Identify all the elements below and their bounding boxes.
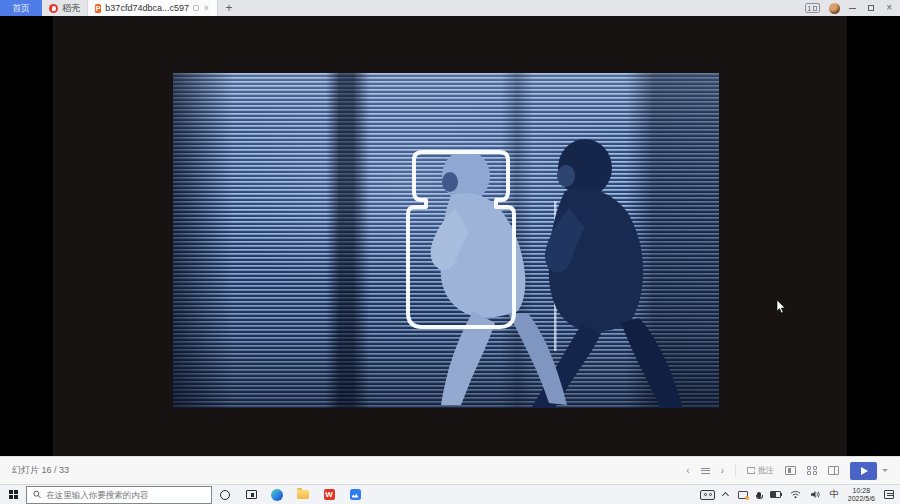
play-options-caret-icon[interactable] — [882, 469, 888, 472]
divider — [735, 465, 736, 477]
home-button[interactable]: 首页 — [0, 0, 42, 16]
figure-light-suit — [431, 150, 567, 405]
play-icon — [861, 467, 868, 475]
desktop-screen: 首页 稻壳 P b37cfd74dbca...c597f514f932 × + … — [0, 0, 900, 504]
window-controls: × — [849, 3, 892, 13]
microphone-icon[interactable] — [757, 492, 761, 498]
new-tab-button[interactable]: + — [218, 0, 240, 16]
taskbar-app-explorer[interactable] — [290, 485, 316, 504]
wifi-icon[interactable] — [790, 490, 801, 499]
restore-icon[interactable] — [868, 5, 874, 11]
reader-view-icon[interactable] — [828, 466, 839, 475]
close-icon[interactable]: × — [886, 3, 892, 13]
presentation-file-icon: P — [95, 4, 101, 13]
player-controls: ‹ › 批注 — [686, 462, 888, 480]
display-notification-icon[interactable] — [738, 491, 748, 499]
tab-list-square-icon — [813, 6, 817, 11]
cloud-app-icon — [350, 489, 361, 500]
taskbar-app-wps[interactable]: W — [316, 485, 342, 504]
start-button[interactable] — [0, 485, 26, 504]
action-center-icon[interactable] — [884, 490, 894, 499]
home-button-label: 首页 — [12, 2, 30, 15]
mouse-cursor — [776, 300, 786, 314]
ime-language-indicator[interactable]: 中 — [830, 488, 839, 501]
titlebar-right-controls: 1 × — [805, 0, 900, 16]
battery-icon[interactable] — [770, 491, 781, 498]
tab-docer[interactable]: 稻壳 — [42, 0, 88, 16]
slide-16 — [53, 16, 847, 456]
tab-docer-label: 稻壳 — [62, 2, 80, 15]
slide-list-button[interactable] — [701, 468, 710, 474]
minimize-icon[interactable] — [849, 8, 856, 9]
pen-annotate-icon — [747, 467, 755, 474]
edge-browser-icon — [271, 489, 283, 501]
slide-photo-protective-suits — [173, 73, 719, 408]
search-input[interactable] — [46, 490, 205, 500]
window-titlebar: 首页 稻壳 P b37cfd74dbca...c597f514f932 × + … — [0, 0, 900, 16]
player-control-bar: 幻灯片 16 / 33 ‹ › 批注 — [0, 456, 900, 484]
docer-icon — [49, 4, 58, 13]
show-hidden-icons-chevron[interactable] — [722, 492, 729, 499]
photo-figures-overlay — [173, 73, 719, 408]
taskbar-app-edge[interactable] — [264, 485, 290, 504]
comment-bubble-icon — [193, 5, 199, 11]
taskbar-app-cloud[interactable] — [342, 485, 368, 504]
cortana-icon — [220, 490, 230, 500]
search-icon — [33, 490, 41, 499]
user-avatar[interactable] — [829, 3, 840, 14]
annotate-label: 批注 — [758, 465, 774, 476]
tab-list-icon[interactable]: 1 — [805, 3, 821, 13]
task-view-icon — [246, 490, 257, 499]
next-slide-button[interactable]: › — [721, 466, 724, 476]
slideshow-stage[interactable] — [0, 16, 900, 456]
task-view-button[interactable] — [238, 485, 264, 504]
file-explorer-icon — [297, 490, 309, 499]
previous-slide-button[interactable]: ‹ — [686, 466, 689, 476]
play-slideshow-button[interactable] — [850, 462, 877, 480]
windows-logo-icon — [9, 490, 18, 499]
windows-taskbar: W 中 10:28 2022/5/6 — [0, 484, 900, 504]
clock-time: 10:28 — [848, 487, 875, 495]
taskbar-search-box[interactable] — [26, 486, 212, 504]
tab-document[interactable]: P b37cfd74dbca...c597f514f932 × — [88, 0, 218, 16]
tab-list-count: 1 — [808, 5, 812, 12]
clock-date: 2022/5/6 — [848, 495, 875, 503]
annotate-button[interactable]: 批注 — [747, 465, 774, 476]
taskbar-clock[interactable]: 10:28 2022/5/6 — [848, 487, 875, 503]
tab-close-icon[interactable]: × — [203, 4, 210, 13]
slide-counter: 幻灯片 16 / 33 — [12, 464, 69, 477]
grid-view-icon[interactable] — [807, 466, 817, 475]
screen-recorder-tray-icon[interactable] — [700, 490, 715, 500]
normal-view-icon[interactable] — [785, 466, 796, 475]
system-tray: 中 10:28 2022/5/6 — [700, 487, 900, 503]
wps-office-icon: W — [324, 489, 335, 500]
tab-document-title: b37cfd74dbca...c597f514f932 — [105, 3, 189, 13]
volume-icon[interactable] — [810, 490, 821, 499]
cortana-button[interactable] — [212, 485, 238, 504]
